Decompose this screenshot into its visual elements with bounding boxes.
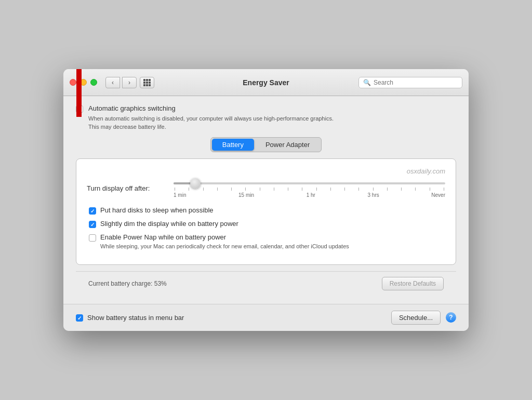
energy-saver-window: ‹ › Energy Saver 🔍	[63, 69, 469, 330]
tick-label-15min: 15 min	[238, 192, 254, 198]
option-row-power-nap: Enable Power Nap while on battery power …	[89, 233, 445, 250]
power-nap-label: Enable Power Nap while on battery power	[100, 233, 226, 241]
tick-label-1min: 1 min	[174, 192, 186, 198]
bottom-bar: Current battery charge: 53% Restore Defa…	[76, 271, 456, 296]
power-nap-description: While sleeping, your Mac can periodicall…	[100, 243, 349, 250]
arrow-body-icon	[76, 69, 82, 117]
option-row-dim-display: Slightly dim the display while on batter…	[89, 220, 445, 228]
search-icon: 🔍	[363, 79, 371, 86]
auto-graphics-row: Automatic graphics switching	[76, 104, 456, 113]
window-title: Energy Saver	[243, 78, 289, 87]
hard-disks-label: Put hard disks to sleep when possible	[100, 206, 214, 214]
show-battery-checkbox[interactable]	[76, 314, 83, 322]
slider-ticks	[174, 188, 445, 191]
dim-display-label: Slightly dim the display while on batter…	[100, 220, 238, 228]
tab-power-adapter[interactable]: Power Adapter	[255, 139, 320, 151]
slider-label: Turn display off after:	[87, 184, 167, 192]
restore-defaults-button[interactable]: Restore Defaults	[382, 277, 444, 290]
settings-panel: osxdaily.com Turn display off after:	[76, 158, 456, 264]
titlebar: ‹ › Energy Saver 🔍	[63, 69, 469, 96]
auto-graphics-description: When automatic switching is disabled, yo…	[88, 115, 456, 131]
seg-container: Battery Power Adapter	[210, 137, 322, 152]
nav-buttons: ‹ ›	[105, 77, 137, 88]
tick-label-3hrs: 3 hrs	[367, 192, 379, 198]
slider-track	[174, 182, 445, 184]
grid-icon	[143, 79, 151, 86]
help-button[interactable]: ?	[446, 312, 456, 323]
forward-button[interactable]: ›	[122, 77, 137, 88]
search-box: 🔍	[358, 77, 462, 88]
back-button[interactable]: ‹	[105, 77, 120, 88]
schedule-button[interactable]: Schedule...	[391, 311, 441, 325]
search-input[interactable]	[374, 79, 458, 86]
grid-button[interactable]	[140, 77, 154, 88]
slider-container: 1 min 15 min 1 hr 3 hrs Never	[174, 178, 445, 198]
content-area: Automatic graphics switching When automa…	[63, 96, 469, 303]
tab-battery[interactable]: Battery	[212, 139, 254, 151]
tick-label-1hr: 1 hr	[307, 192, 315, 198]
power-nap-checkbox[interactable]	[89, 234, 96, 242]
slider-row: Turn display off after:	[87, 178, 445, 198]
option-row-hard-disks: Put hard disks to sleep when possible	[89, 206, 445, 215]
show-battery-label: Show battery status in menu bar	[87, 314, 391, 322]
auto-graphics-label: Automatic graphics switching	[88, 104, 176, 112]
tab-bar: Battery Power Adapter	[76, 137, 456, 152]
hard-disks-checkbox[interactable]	[89, 207, 96, 215]
slider-thumb[interactable]	[190, 178, 201, 189]
back-icon: ‹	[112, 79, 114, 86]
right-actions: Schedule... ?	[391, 311, 456, 325]
dim-display-checkbox[interactable]	[89, 221, 96, 228]
battery-status-text: Current battery charge: 53%	[88, 280, 167, 287]
maximize-button[interactable]	[90, 79, 97, 86]
watermark: osxdaily.com	[87, 167, 445, 175]
footer-row: Show battery status in menu bar Schedule…	[63, 304, 469, 331]
slider-tick-labels: 1 min 15 min 1 hr 3 hrs Never	[174, 192, 445, 198]
tick-label-never: Never	[431, 192, 445, 198]
forward-icon: ›	[128, 79, 130, 86]
